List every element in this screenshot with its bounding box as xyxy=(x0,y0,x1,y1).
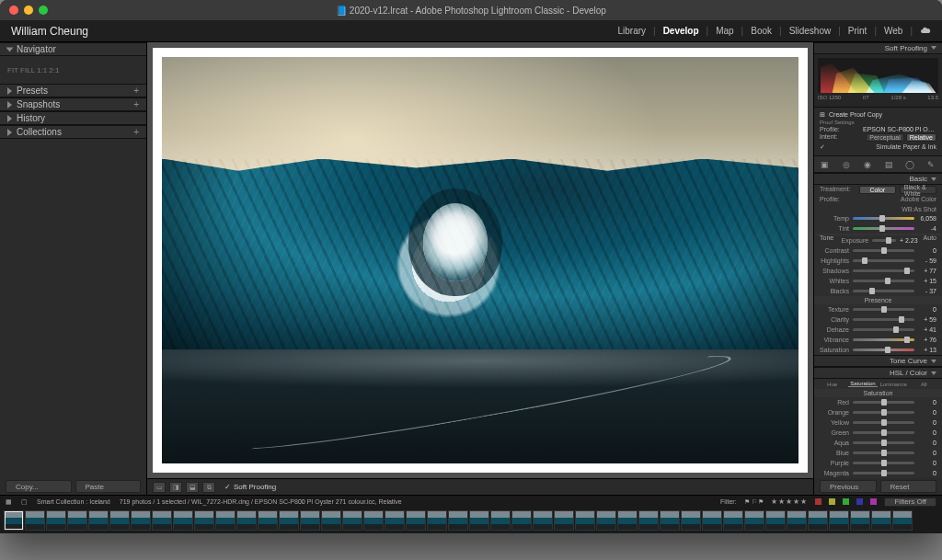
spot-removal-icon[interactable]: ◎ xyxy=(840,158,853,171)
blacks-slider[interactable] xyxy=(853,290,914,292)
thumb[interactable] xyxy=(808,510,828,531)
color-filter-blue[interactable] xyxy=(856,498,863,505)
thumb[interactable] xyxy=(511,510,532,531)
navigator-header[interactable]: Navigator xyxy=(0,42,146,56)
thumb[interactable] xyxy=(575,510,595,531)
thumb[interactable] xyxy=(342,510,362,531)
close-icon[interactable] xyxy=(9,6,18,15)
previous-button[interactable]: Previous xyxy=(820,480,877,493)
thumb[interactable] xyxy=(617,510,638,531)
hsl-tab-lum[interactable]: Luminance xyxy=(879,382,908,387)
flag-filter-icon[interactable]: ⚑ ⚐ ⚑ xyxy=(744,498,764,506)
thumb[interactable] xyxy=(385,510,405,531)
thumb-selected[interactable] xyxy=(4,510,24,531)
thumb[interactable] xyxy=(702,510,722,531)
thumb[interactable] xyxy=(173,510,193,531)
treatment-color[interactable]: Color xyxy=(859,186,896,194)
second-window-icon[interactable]: ▢ xyxy=(21,498,28,506)
radial-filter-icon[interactable]: ◯ xyxy=(903,158,916,171)
hsl-tab-sat[interactable]: Saturation xyxy=(848,381,877,387)
profile-value[interactable]: Adobe Color xyxy=(901,196,936,202)
thumb[interactable] xyxy=(638,510,659,531)
module-develop[interactable]: Develop xyxy=(663,26,699,36)
filters-off[interactable]: Filters Off xyxy=(884,497,936,507)
thumb[interactable] xyxy=(533,510,553,531)
thumb[interactable] xyxy=(46,510,66,531)
copy-button[interactable]: Copy... xyxy=(6,480,72,493)
thumb[interactable] xyxy=(236,510,257,531)
sat-magenta-slider[interactable] xyxy=(853,472,914,474)
thumb[interactable] xyxy=(67,510,87,531)
shadows-slider[interactable] xyxy=(853,269,914,272)
thumb[interactable] xyxy=(215,510,236,531)
auto-tone[interactable]: Auto xyxy=(924,234,942,241)
intent-relative[interactable]: Relative xyxy=(906,133,936,142)
thumb[interactable] xyxy=(871,510,891,531)
crop-icon[interactable]: ▣ xyxy=(819,158,832,171)
soft-proofing-toggle[interactable]: Soft Proofing xyxy=(224,483,276,491)
reset-button[interactable]: Reset xyxy=(880,480,937,493)
sat-orange-slider[interactable] xyxy=(853,411,914,414)
treatment-bw[interactable]: Black & White xyxy=(900,186,936,194)
thumb[interactable] xyxy=(88,510,109,531)
thumb[interactable] xyxy=(194,510,214,531)
before-after-split-icon[interactable]: ⧉ xyxy=(202,482,215,493)
thumb[interactable] xyxy=(131,510,151,531)
histogram[interactable]: ISO 1250 f/7 1/28 s 13.5 xyxy=(814,54,942,108)
history-header[interactable]: History xyxy=(0,111,146,125)
loupe-view-icon[interactable]: ▭ xyxy=(153,482,166,493)
sat-blue-slider[interactable] xyxy=(853,451,914,454)
thumb[interactable] xyxy=(596,510,616,531)
canvas[interactable]: Proof Preview xyxy=(147,42,813,478)
sat-purple-slider[interactable] xyxy=(853,462,914,464)
hsl-header[interactable]: HSL / Color xyxy=(814,367,942,379)
sat-aqua-slider[interactable] xyxy=(853,441,914,444)
module-web[interactable]: Web xyxy=(884,26,902,36)
exposure-slider[interactable] xyxy=(872,239,895,242)
hsl-tab-all[interactable]: All xyxy=(910,382,938,387)
thumb[interactable] xyxy=(109,510,130,531)
proof-profile[interactable]: EPSON SC-P800 PI Oyster 271 colour.icc xyxy=(863,126,936,132)
color-filter-purple[interactable] xyxy=(870,498,877,505)
brush-icon[interactable]: ✎ xyxy=(925,158,937,171)
sat-yellow-slider[interactable] xyxy=(853,421,914,424)
thumb[interactable] xyxy=(363,510,384,531)
saturation-slider[interactable] xyxy=(853,349,914,351)
redeye-icon[interactable]: ◉ xyxy=(861,158,874,171)
create-proof-copy[interactable]: ⊞ Create Proof Copy xyxy=(820,111,936,119)
soft-proofing-header[interactable]: Soft Proofing xyxy=(814,42,942,54)
module-slideshow[interactable]: Slideshow xyxy=(789,26,832,36)
filmstrip[interactable] xyxy=(0,508,942,533)
thumb[interactable] xyxy=(152,510,172,531)
collections-header[interactable]: Collections+ xyxy=(0,125,146,139)
contrast-slider[interactable] xyxy=(853,249,914,252)
simulate-paper-ink[interactable]: Simulate Paper & Ink xyxy=(820,143,936,152)
thumb[interactable] xyxy=(406,510,426,531)
sat-red-slider[interactable] xyxy=(853,401,914,404)
module-library[interactable]: Library xyxy=(617,26,646,36)
texture-slider[interactable] xyxy=(853,308,914,311)
thumb[interactable] xyxy=(892,510,913,531)
module-map[interactable]: Map xyxy=(716,26,733,36)
thumb[interactable] xyxy=(300,510,320,531)
thumb[interactable] xyxy=(427,510,447,531)
thumb[interactable] xyxy=(25,510,45,531)
collection-path[interactable]: Smart Collection : Iceland xyxy=(37,498,110,505)
clarity-slider[interactable] xyxy=(853,318,914,321)
thumb[interactable] xyxy=(850,510,870,531)
presets-header[interactable]: Presets+ xyxy=(0,84,146,97)
module-print[interactable]: Print xyxy=(848,26,867,36)
thumb[interactable] xyxy=(660,510,680,531)
thumb[interactable] xyxy=(321,510,341,531)
thumb[interactable] xyxy=(279,510,299,531)
color-filter-red[interactable] xyxy=(815,498,821,505)
temp-slider[interactable] xyxy=(853,217,914,220)
minimize-icon[interactable] xyxy=(24,6,33,15)
module-book[interactable]: Book xyxy=(751,26,772,36)
whites-slider[interactable] xyxy=(853,280,914,282)
grad-filter-icon[interactable]: ▤ xyxy=(882,158,895,171)
thumb[interactable] xyxy=(829,510,849,531)
tonecurve-header[interactable]: Tone Curve xyxy=(814,355,942,367)
highlights-slider[interactable] xyxy=(853,259,914,262)
paste-button[interactable]: Paste xyxy=(75,480,142,493)
